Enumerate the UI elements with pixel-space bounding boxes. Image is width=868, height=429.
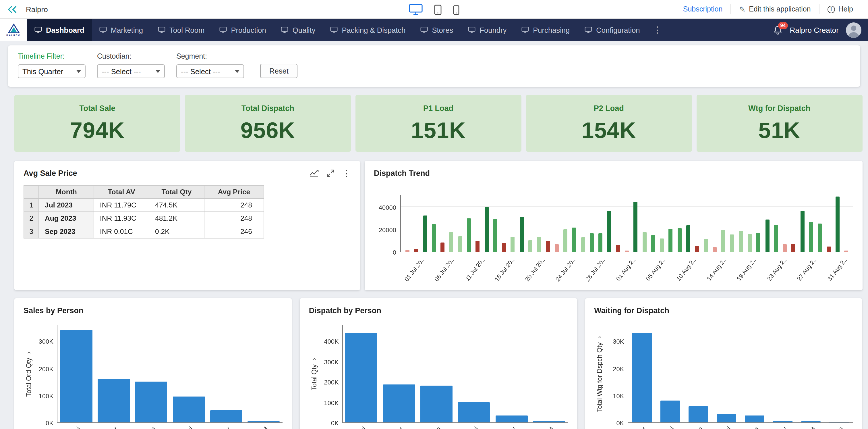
nav-item-purchasing[interactable]: Purchasing (514, 19, 577, 41)
nav-item-packing-dispatch[interactable]: Packing & Dispatch (323, 19, 413, 41)
bar[interactable] (695, 246, 699, 252)
bar[interactable] (60, 330, 92, 422)
bar[interactable] (546, 241, 550, 252)
bar[interactable] (756, 232, 761, 252)
plot-area[interactable] (400, 195, 853, 252)
bar[interactable] (607, 211, 611, 252)
bar[interactable] (721, 230, 725, 252)
bar[interactable] (495, 415, 527, 422)
bar[interactable] (844, 251, 848, 252)
app-logo[interactable]: RALPRO (0, 19, 27, 41)
chart-zoom-icon[interactable] (310, 170, 319, 177)
bar[interactable] (642, 232, 646, 252)
bar[interactable] (660, 401, 680, 422)
bar[interactable] (421, 385, 453, 422)
notifications-button[interactable]: 94 (773, 25, 783, 35)
bar[interactable] (713, 247, 717, 252)
bar[interactable] (458, 402, 490, 422)
dispatch-by-person-chart[interactable]: Total Qty›0K100K200K300K400Khaiaranojthy… (309, 325, 568, 423)
bar[interactable] (774, 225, 778, 252)
bar[interactable] (598, 233, 602, 252)
nav-item-foundry[interactable]: Foundry (461, 19, 514, 41)
bar[interactable] (440, 243, 444, 252)
bar[interactable] (809, 222, 813, 252)
bar[interactable] (773, 421, 793, 422)
bar[interactable] (739, 231, 743, 252)
bar[interactable] (686, 225, 690, 252)
bar[interactable] (677, 228, 681, 252)
bar[interactable] (502, 244, 506, 252)
bar[interactable] (590, 233, 594, 252)
user-name[interactable]: Ralpro Creator (789, 26, 839, 34)
more-vertical-icon[interactable]: ⋮ (342, 169, 351, 178)
bar[interactable] (173, 397, 205, 422)
back-to-apps-icon[interactable] (7, 5, 18, 13)
desktop-icon[interactable] (409, 4, 423, 15)
bar[interactable] (467, 219, 471, 252)
bar[interactable] (572, 228, 576, 252)
help-button[interactable]: i Help (819, 4, 861, 15)
bar[interactable] (423, 216, 427, 252)
nav-item-dashboard[interactable]: Dashboard (27, 19, 92, 41)
bar[interactable] (829, 422, 849, 422)
bar[interactable] (634, 202, 638, 252)
bar[interactable] (818, 224, 822, 252)
bar[interactable] (405, 250, 409, 252)
tablet-icon[interactable] (434, 4, 442, 15)
bar[interactable] (730, 234, 734, 252)
reset-button[interactable]: Reset (260, 64, 298, 78)
bar[interactable] (383, 385, 415, 422)
dispatch-trend-chart[interactable]: 0200004000001 Jul 20..06 Jul 20..11 Jul … (374, 195, 853, 284)
bar[interactable] (135, 381, 167, 422)
expand-icon[interactable] (327, 170, 334, 177)
bar[interactable] (625, 251, 629, 252)
plot-area[interactable]: haiaranojthySM (57, 325, 282, 423)
bar[interactable] (827, 247, 831, 252)
plot-area[interactable]: arhaianojchathySMram (627, 325, 853, 423)
edit-application-button[interactable]: ✎ Edit this application (731, 4, 818, 15)
mobile-icon[interactable] (453, 5, 459, 15)
bar[interactable] (581, 237, 585, 252)
sales-by-person-chart[interactable]: Total Ord Qty›0K100K200K300Khaiaranojthy… (24, 325, 282, 423)
bar[interactable] (485, 207, 488, 252)
nav-item-configuration[interactable]: Configuration (577, 19, 647, 41)
bar[interactable] (660, 239, 664, 252)
bar[interactable] (458, 236, 462, 252)
bar[interactable] (801, 421, 820, 422)
timeline-filter-select[interactable]: This Quarter (18, 64, 86, 78)
bar[interactable] (476, 241, 480, 252)
bar[interactable] (493, 219, 497, 252)
bar[interactable] (669, 229, 673, 252)
bar[interactable] (528, 240, 532, 252)
nav-item-stores[interactable]: Stores (413, 19, 461, 41)
bar[interactable] (432, 224, 436, 252)
avatar[interactable] (846, 22, 861, 38)
bar[interactable] (345, 333, 378, 422)
bar[interactable] (555, 245, 559, 252)
bar[interactable] (210, 410, 242, 423)
bar[interactable] (98, 379, 130, 422)
plot-area[interactable]: haiaranojthySM (342, 325, 568, 423)
nav-item-marketing[interactable]: Marketing (92, 19, 151, 41)
waiting-for-dispatch-chart[interactable]: Total Wtg for Dspch Qty›0K10K20K30Karhai… (594, 325, 853, 423)
bar[interactable] (651, 235, 655, 252)
nav-item-production[interactable]: Production (212, 19, 273, 41)
custodian-filter-select[interactable]: --- Select --- (97, 64, 165, 78)
bar[interactable] (616, 245, 620, 252)
bar[interactable] (414, 249, 418, 252)
subscription-link[interactable]: Subscription (675, 4, 731, 15)
bar[interactable] (537, 236, 541, 252)
bar[interactable] (792, 244, 796, 252)
nav-item-quality[interactable]: Quality (274, 19, 323, 41)
bar[interactable] (450, 232, 454, 252)
nav-overflow-icon[interactable]: ⋮ (648, 19, 668, 41)
bar[interactable] (717, 414, 736, 422)
bar[interactable] (765, 220, 769, 252)
bar[interactable] (704, 239, 708, 252)
bar[interactable] (745, 416, 764, 422)
bar[interactable] (248, 421, 280, 422)
bar[interactable] (520, 217, 523, 252)
bar[interactable] (836, 197, 840, 252)
bar[interactable] (800, 211, 804, 252)
bar[interactable] (688, 406, 708, 422)
